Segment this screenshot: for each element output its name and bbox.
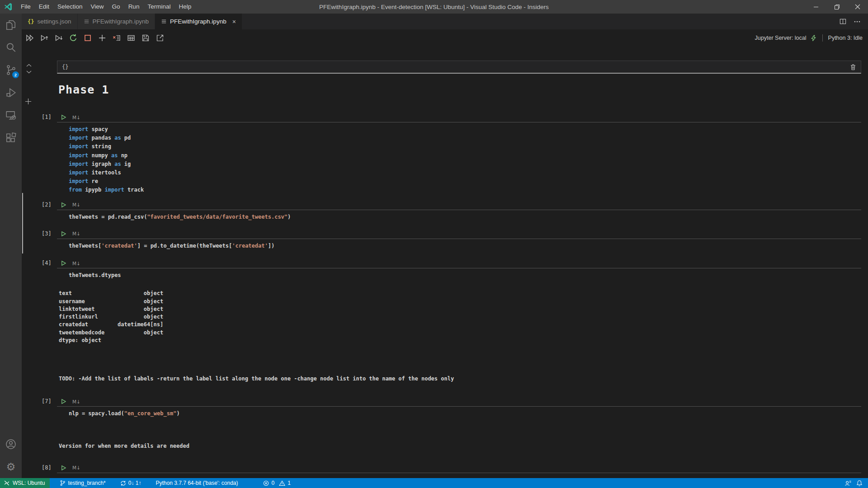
cell-code-editor[interactable]: theTweets.dtypes xyxy=(57,268,861,280)
code-cell-4: [4] M↓ theTweets.dtypes xyxy=(42,258,861,280)
menu-view[interactable]: View xyxy=(87,0,108,14)
account-icon[interactable] xyxy=(0,433,22,455)
cell-toolbar: M↓ xyxy=(57,258,861,268)
run-above-icon[interactable] xyxy=(39,33,49,43)
notebook-icon xyxy=(161,19,167,24)
execution-count: [3] xyxy=(42,229,57,250)
sync-label: 0↓ 1↑ xyxy=(128,480,142,486)
cell-toolbar: M↓ xyxy=(57,113,861,122)
add-cell-icon[interactable] xyxy=(97,33,107,43)
scroll-decoration xyxy=(22,193,23,253)
extensions-icon[interactable] xyxy=(0,127,22,149)
menu-go[interactable]: Go xyxy=(108,0,124,14)
run-all-icon[interactable] xyxy=(25,33,35,43)
git-branch-icon xyxy=(60,480,66,486)
menu-edit[interactable]: Edit xyxy=(35,0,53,14)
collapse-down-icon[interactable] xyxy=(26,68,32,76)
branch-label: testing_branch* xyxy=(68,480,105,486)
run-below-icon[interactable] xyxy=(54,33,64,43)
cell-toolbar: M↓ xyxy=(57,397,861,407)
cell-toolbar: M↓ xyxy=(57,463,861,473)
divider xyxy=(822,34,823,42)
markdown-heading: Phase 1 xyxy=(58,83,861,96)
run-cell-icon[interactable] xyxy=(61,231,66,237)
raw-cell-input[interactable]: {} xyxy=(57,61,861,74)
tab-label: PFEwithIgraph.ipynb xyxy=(93,18,149,25)
bell-icon[interactable] xyxy=(856,480,863,487)
split-editor-icon[interactable] xyxy=(840,18,846,25)
problems-status[interactable]: 0 1 xyxy=(259,478,294,488)
markdown-toggle-icon[interactable]: M↓ xyxy=(72,115,80,120)
cell-code-editor[interactable]: nlp = spacy.load("en_core_web_sm") xyxy=(57,407,861,418)
execution-count: [8] xyxy=(42,463,57,473)
search-icon[interactable] xyxy=(0,36,22,59)
title-bar: File Edit Selection View Go Run Terminal… xyxy=(0,0,868,14)
close-icon[interactable] xyxy=(847,0,868,14)
variable-explorer-icon[interactable] xyxy=(126,33,136,43)
editor-group: {} settings.json PFEwithIgraph.ipynb PFE… xyxy=(22,14,868,478)
python-interpreter-status[interactable]: Python 3.7.7 64-bit ('base': conda) xyxy=(152,478,241,488)
remote-explorer-icon[interactable] xyxy=(0,104,22,127)
markdown-toggle-icon[interactable]: M↓ xyxy=(72,399,80,404)
minimize-icon[interactable] xyxy=(806,0,826,14)
feedback-icon[interactable] xyxy=(844,480,852,487)
tab-settings-json[interactable]: {} settings.json xyxy=(22,14,77,29)
status-bar: WSL: Ubuntu testing_branch* 0↓ 1↑ Python… xyxy=(0,478,868,488)
restart-kernel-icon[interactable] xyxy=(68,33,78,43)
settings-gear-icon[interactable]: ⚙ xyxy=(0,455,22,478)
clear-outputs-icon[interactable] xyxy=(112,33,122,43)
notebook-icon xyxy=(84,19,90,24)
kernel-status[interactable]: Python 3: Idle xyxy=(828,35,863,41)
code-cell-3: [3] M↓ theTweets['createdat'] = pd.to_da… xyxy=(42,229,861,250)
menu-help[interactable]: Help xyxy=(175,0,195,14)
insert-cell-plus-icon[interactable] xyxy=(24,98,32,107)
run-cell-icon[interactable] xyxy=(61,465,66,471)
run-cell-icon[interactable] xyxy=(61,114,66,120)
remote-label: WSL: Ubuntu xyxy=(13,480,45,486)
restore-icon[interactable] xyxy=(826,0,847,14)
cell-output: text object username object linktotweet … xyxy=(59,290,861,344)
menu-selection[interactable]: Selection xyxy=(53,0,87,14)
sync-status[interactable]: 0↓ 1↑ xyxy=(117,478,145,488)
menu-run[interactable]: Run xyxy=(124,0,144,14)
markdown-todo-text: TODO: -Add the list of labels -return th… xyxy=(59,375,861,382)
git-branch-status[interactable]: testing_branch* xyxy=(56,478,109,488)
remote-icon xyxy=(4,480,10,486)
notebook-editor: {} Phase 1 [1] M↓ xyxy=(22,47,868,478)
tab-pfewithigraph-1[interactable]: PFEwithIgraph.ipynb xyxy=(78,14,155,29)
markdown-toggle-icon[interactable]: M↓ xyxy=(72,202,80,207)
markdown-toggle-icon[interactable]: M↓ xyxy=(72,261,80,266)
run-cell-icon[interactable] xyxy=(61,399,66,404)
menu-file[interactable]: File xyxy=(17,0,35,14)
remote-indicator[interactable]: WSL: Ubuntu xyxy=(0,478,50,488)
cell-code-editor[interactable]: theTweets = pd.read_csv("favorited_tweet… xyxy=(57,210,861,221)
cell-code-editor[interactable]: theTweets['createdat'] = pd.to_datetime(… xyxy=(57,239,861,250)
error-icon xyxy=(263,480,269,486)
save-icon[interactable] xyxy=(141,33,151,43)
execution-count: [2] xyxy=(42,200,57,221)
run-cell-icon[interactable] xyxy=(61,260,66,266)
notebook-toolbar: Jupyter Server: local Python 3: Idle xyxy=(22,29,868,47)
run-debug-icon[interactable] xyxy=(0,81,22,104)
interpreter-label: Python 3.7.7 64-bit ('base': conda) xyxy=(156,480,238,486)
delete-cell-trash-icon[interactable] xyxy=(850,64,856,70)
zap-icon xyxy=(810,35,817,42)
run-cell-icon[interactable] xyxy=(61,202,66,208)
cell-code-editor[interactable]: import spacyimport pandas as pdimport st… xyxy=(57,122,861,195)
activity-bar: 2 xyxy=(0,14,22,478)
code-cell-8: [8] M↓ xyxy=(42,463,861,473)
source-control-icon[interactable]: 2 xyxy=(0,59,22,81)
menu-terminal[interactable]: Terminal xyxy=(143,0,175,14)
jupyter-server-status[interactable]: Jupyter Server: local xyxy=(755,35,807,41)
interrupt-kernel-icon[interactable] xyxy=(83,33,93,43)
more-actions-icon[interactable] xyxy=(854,18,861,25)
tab-close-icon[interactable]: × xyxy=(232,18,236,25)
explorer-icon[interactable] xyxy=(0,14,22,36)
cell-toolbar: M↓ xyxy=(57,229,861,239)
markdown-toggle-icon[interactable]: M↓ xyxy=(72,465,80,470)
window-title: PFEwithIgraph.ipynb - Event-detection [W… xyxy=(319,4,549,10)
export-icon[interactable] xyxy=(155,33,165,43)
tab-pfewithigraph-2-active[interactable]: PFEwithIgraph.ipynb × xyxy=(155,14,242,29)
markdown-toggle-icon[interactable]: M↓ xyxy=(72,231,80,236)
tab-label: PFEwithIgraph.ipynb xyxy=(170,18,226,25)
